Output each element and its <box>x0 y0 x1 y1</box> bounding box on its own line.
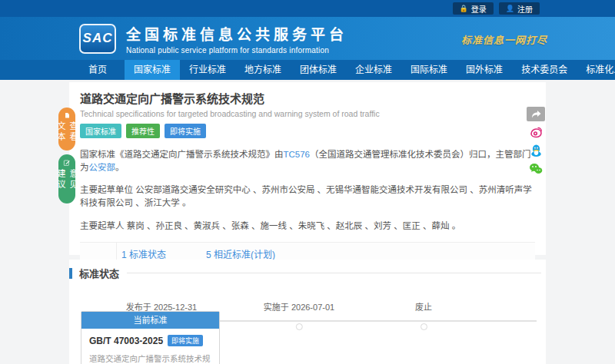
drafters-paragraph: 主要起草人 蔡岗 、孙正良 、黄淑兵 、张森 、施一线 、朱晓飞 、赵北辰 、刘… <box>80 220 535 233</box>
nav-item-national-standards[interactable]: 国家标准 <box>125 60 180 80</box>
department-link[interactable]: 公安部 <box>89 163 116 172</box>
standard-status-card: 标准状态 发布于 2025-12-31 实施于 2026-07-01 废止 当前… <box>69 260 546 364</box>
site-subtitle: National public service platform for sta… <box>126 46 347 55</box>
standard-detail-card: 道路交通定向广播警示系统技术规范 Technical specification… <box>69 82 546 255</box>
site-header: SAC 全国标准信息公共服务平台 National public service… <box>0 17 615 60</box>
standard-title-en: Technical specifications for targeted br… <box>80 109 535 118</box>
nav-item-enterprise-standards[interactable]: 企业标准 <box>346 60 401 80</box>
site-title: 全国标准信息公共服务平台 <box>126 23 347 44</box>
nav-item-technical-committees[interactable]: 技术委员会 <box>512 60 577 80</box>
register-button[interactable]: 👤 注册 <box>499 2 540 15</box>
current-standard-code: GB/T 47003-2025 <box>89 336 163 346</box>
current-standard-name: 道路交通定向广播警示系统技术规范 <box>89 352 211 364</box>
view-text-button[interactable]: 查看文本 <box>58 108 75 151</box>
standard-title: 道路交通定向广播警示系统技术规范 <box>80 90 535 106</box>
top-utility-bar: 🔒 登录 👤 注册 <box>0 0 615 17</box>
current-standard-header[interactable]: 当前标准 <box>81 312 219 329</box>
nav-item-foreign-standards[interactable]: 国外标准 <box>457 60 512 80</box>
feedback-button[interactable]: 意见建议 <box>58 154 75 204</box>
section-accent-bar <box>69 268 72 279</box>
user-icon: 👤 <box>506 5 514 12</box>
summary-suffix: 。 <box>115 163 125 172</box>
nav-item-standardization-talent[interactable]: 标准化人才 <box>577 60 615 80</box>
sac-logo[interactable]: SAC <box>79 24 116 54</box>
current-standard-card: 当前标准 GB/T 47003-2025 即将实施 道路交通定向广播警示系统技术… <box>81 311 220 364</box>
status-section-header: 标准状态 <box>69 260 546 280</box>
weibo-icon[interactable] <box>528 124 544 140</box>
nav-item-group-standards[interactable]: 团体标准 <box>291 60 346 80</box>
view-text-label: 查看文本 <box>55 121 79 144</box>
qq-icon[interactable] <box>528 143 544 158</box>
login-button[interactable]: 🔒 登录 <box>453 2 494 15</box>
site-title-group: 全国标准信息公共服务平台 National public service pla… <box>126 23 347 55</box>
drafting-units-paragraph: 主要起草单位 公安部道路交通安全研究中心 、苏州市公安局 、无锡华通智能交通技术… <box>80 184 535 209</box>
lock-icon: 🔒 <box>460 5 468 12</box>
standard-badges: 国家标准 推荐性 即将实施 <box>80 124 535 138</box>
main-nav: 首页 国家标准 行业标准 地方标准 团体标准 企业标准 国际标准 国外标准 技术… <box>0 60 615 80</box>
share-toolbar <box>526 107 546 177</box>
current-standard-code-row: GB/T 47003-2025 即将实施 <box>89 335 211 346</box>
register-label: 注册 <box>517 3 533 15</box>
nav-item-industry-standards[interactable]: 行业标准 <box>180 60 235 80</box>
summary-paragraph: 国家标准《道路交通定向广播警示系统技术规范》由TC576（全国道路交通管理标准化… <box>80 148 535 174</box>
summary-prefix: 国家标准《道路交通定向广播警示系统技术规范》由 <box>80 150 284 159</box>
current-standard-body: GB/T 47003-2025 即将实施 道路交通定向广播警示系统技术规范 <box>81 329 219 364</box>
timeline-stop-implemented: 实施于 2026-07-01 <box>264 300 334 330</box>
timeline-label-implemented: 实施于 2026-07-01 <box>264 300 334 313</box>
edit-icon <box>62 160 71 166</box>
timeline-label-abolished: 废止 <box>415 300 432 313</box>
tc-link[interactable]: TC576 <box>284 150 311 159</box>
login-label: 登录 <box>471 3 487 15</box>
header-slogan: 标准信息一网打尽 <box>461 32 547 47</box>
badge-upcoming: 即将实施 <box>165 124 206 138</box>
share-icon[interactable] <box>527 107 545 121</box>
feedback-label: 意见建议 <box>55 169 79 197</box>
badge-national-standard: 国家标准 <box>80 124 121 138</box>
timeline-dot-abolished <box>421 323 427 330</box>
wechat-icon[interactable] <box>528 161 544 177</box>
document-icon <box>63 113 71 118</box>
current-standard-badge: 即将实施 <box>168 335 203 346</box>
badge-recommended: 推荐性 <box>126 124 160 138</box>
section-divider-line <box>127 273 541 273</box>
timeline-stop-abolished: 废止 <box>415 300 432 330</box>
nav-item-local-standards[interactable]: 地方标准 <box>235 60 291 80</box>
nav-item-international-standards[interactable]: 国际标准 <box>401 60 457 80</box>
timeline-dot-implemented <box>295 323 302 330</box>
nav-item-home[interactable]: 首页 <box>79 60 116 80</box>
status-section-title: 标准状态 <box>79 266 119 280</box>
